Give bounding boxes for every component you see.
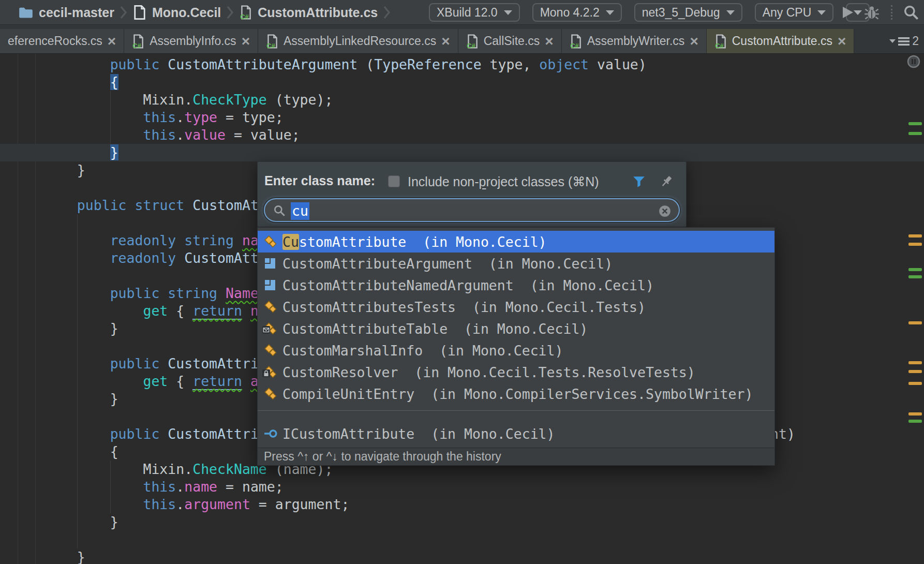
include-non-project-checkbox[interactable] — [388, 175, 400, 187]
tab-label: AssemblyWriter.cs — [587, 34, 685, 48]
code-line[interactable]: } — [44, 548, 85, 564]
result-row[interactable]: CustomAttributesTests (in Mono.Cecil.Tes… — [258, 296, 774, 318]
error-stripe-mark-orange[interactable] — [908, 234, 922, 238]
code-line[interactable]: this.argument = argument; — [44, 496, 349, 513]
code-token: public — [110, 426, 160, 442]
error-stripe-mark-orange[interactable] — [908, 321, 922, 324]
result-row[interactable]: ICustomAttribute (in Mono.Cecil) — [258, 423, 774, 444]
code-token — [44, 303, 143, 319]
hidden-tabs-dropdown[interactable]: 2 — [884, 29, 924, 53]
result-name-and-location: CustomAttributeNamedArgument (in Mono.Ce… — [282, 277, 654, 293]
close-icon[interactable]: × — [545, 36, 553, 47]
config-dropdown-label: net3_5_Debug — [642, 6, 720, 20]
code-line[interactable]: } — [44, 144, 118, 161]
tab-assemblyinfo-cs[interactable]: C#AssemblyInfo.cs× — [124, 29, 258, 53]
code-token — [44, 232, 110, 248]
tab-assemblywriter-cs[interactable]: C#AssemblyWriter.cs× — [562, 29, 707, 53]
code-line[interactable]: this.value = value; — [44, 126, 300, 144]
code-token: public — [77, 197, 127, 213]
error-stripe-mark-orange[interactable] — [908, 412, 922, 415]
debug-icon[interactable] — [864, 5, 880, 22]
tab-label: AssemblyInfo.cs — [150, 34, 236, 48]
code-token — [44, 285, 110, 301]
code-line[interactable]: public CustomAttributeArgument (TypeRefe… — [44, 56, 647, 73]
code-line[interactable]: } — [44, 320, 118, 337]
error-stripe-mark-green[interactable] — [908, 122, 922, 125]
result-row[interactable]: CustomResolver (in Mono.Cecil.Tests.Reso… — [258, 361, 774, 383]
result-row[interactable]: CustomMarshalInfo (in Mono.Cecil) — [258, 339, 774, 361]
code-token — [44, 109, 143, 125]
svg-text:C#: C# — [570, 41, 579, 48]
result-row[interactable]: CompileUnitEntry (in Mono.CompilerServic… — [258, 383, 774, 405]
error-stripe-mark-green[interactable] — [908, 132, 922, 135]
code-line[interactable]: this.name = name; — [44, 478, 284, 496]
code-token — [234, 232, 242, 248]
tab-customattribute-cs[interactable]: C#CustomAttribute.cs× — [707, 29, 855, 53]
result-row[interactable]: CustomAttributeTable (in Mono.Cecil) — [258, 318, 774, 339]
result-row[interactable]: CustomAttributeArgument (in Mono.Cecil) — [258, 253, 774, 274]
code-token: Name — [226, 285, 259, 301]
breadcrumb-item[interactable]: CustomAttribute.cs — [258, 5, 378, 20]
code-line[interactable]: Mixin.CheckType (type); — [44, 91, 333, 109]
code-line[interactable]: readonly string name; — [44, 232, 284, 249]
popup-title: Enter class name: — [264, 173, 375, 188]
close-icon[interactable]: × — [242, 36, 250, 47]
code-token — [159, 56, 168, 72]
filter-icon[interactable] — [632, 175, 646, 190]
code-line[interactable]: } — [44, 161, 85, 179]
config-dropdown[interactable]: net3_5_Debug — [634, 3, 742, 22]
code-token — [44, 250, 110, 266]
search-icon[interactable] — [903, 4, 919, 23]
code-line[interactable]: { — [44, 73, 118, 91]
pin-icon[interactable] — [659, 174, 674, 191]
error-stripe-mark-orange[interactable] — [908, 370, 922, 373]
error-stripe-mark-orange[interactable] — [908, 361, 922, 364]
code-token: public — [110, 355, 160, 372]
tab-assemblylinkedresource-cs[interactable]: C#AssemblyLinkedResource.cs× — [258, 29, 458, 53]
error-stripe-mark-green[interactable] — [908, 268, 922, 271]
clear-icon[interactable] — [658, 204, 672, 220]
result-name-and-location: CustomAttributesTests (in Mono.Cecil.Tes… — [282, 299, 646, 315]
code-token: name — [184, 479, 217, 495]
code-token: Mixin. — [44, 92, 192, 108]
error-stripe-mark-green[interactable] — [908, 275, 922, 278]
code-line[interactable]: } — [44, 513, 118, 531]
struct-icon — [264, 257, 277, 270]
result-row[interactable]: CustomAttributeNamedArgument (in Mono.Ce… — [258, 274, 774, 296]
error-stripe-mark-green[interactable] — [908, 420, 922, 423]
code-token: } — [44, 320, 118, 336]
tab-eferencerocks-cs[interactable]: eferenceRocks.cs× — [0, 29, 124, 53]
code-token: } — [110, 144, 118, 160]
error-stripe-mark-orange[interactable] — [908, 243, 922, 246]
breadcrumb-item[interactable]: cecil-master — [39, 5, 114, 20]
include-non-project-label[interactable]: Include non-project classes (⌘N) — [408, 174, 599, 189]
breadcrumb-item[interactable]: Mono.Cecil — [152, 5, 221, 20]
close-icon[interactable]: × — [690, 36, 698, 47]
close-icon[interactable]: × — [838, 36, 846, 47]
inspections-indicator-icon[interactable] — [906, 54, 921, 71]
config-dropdown[interactable]: XBuild 12.0 — [429, 3, 520, 22]
code-line[interactable]: } — [44, 390, 118, 408]
close-icon[interactable]: × — [108, 36, 116, 47]
code-token — [184, 197, 192, 213]
goto-class-popup-header: Enter class name: Include non-project cl… — [257, 161, 687, 227]
search-input[interactable]: cu — [264, 198, 680, 222]
code-token: = value; — [226, 127, 300, 143]
config-dropdown[interactable]: Any CPU — [755, 3, 834, 22]
result-text: ICustomAttribute (in Mono.Cecil) — [282, 426, 555, 442]
config-dropdown-label: Any CPU — [763, 6, 812, 20]
class-icon — [264, 300, 277, 314]
code-line[interactable]: { — [44, 443, 118, 461]
code-line[interactable]: public string Name { — [44, 285, 275, 302]
run-icon[interactable] — [843, 7, 853, 18]
code-line[interactable]: this.type = type; — [44, 109, 284, 126]
project-icon — [133, 5, 146, 20]
result-row[interactable]: CustomAttribute (in Mono.Cecil) — [258, 231, 774, 253]
tab-callsite-cs[interactable]: C#CallSite.cs× — [458, 29, 562, 53]
editor-tab-bar: eferenceRocks.cs×C#AssemblyInfo.cs×C#Ass… — [0, 25, 924, 54]
interface-icon — [264, 427, 277, 440]
close-icon[interactable]: × — [441, 36, 450, 47]
config-dropdown[interactable]: Mono 4.2.2 — [532, 3, 622, 22]
code-token: Mixin. — [44, 461, 192, 477]
error-stripe-mark-orange[interactable] — [908, 382, 922, 385]
